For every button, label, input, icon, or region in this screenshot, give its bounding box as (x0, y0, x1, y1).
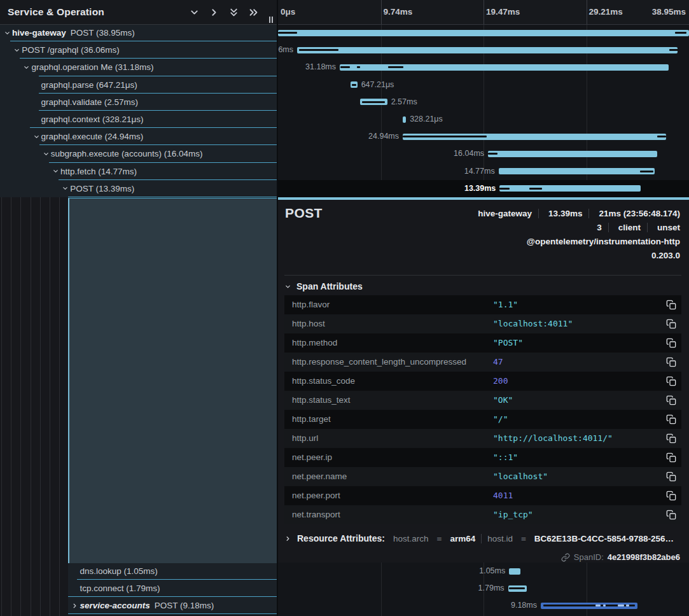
timeline-row[interactable]: 2.57ms (278, 94, 689, 111)
chevron-down-icon[interactable] (4, 29, 11, 36)
tree-row[interactable]: graphql.validate (2.57ms) (0, 94, 277, 111)
copy-icon[interactable] (666, 319, 676, 329)
meta-label: @opentelemetry/instrumentation-http (524, 237, 680, 246)
copy-icon[interactable] (666, 357, 676, 367)
tree-row[interactable]: POST /graphql (36.06ms) (0, 41, 277, 59)
ruler-tick-label: 29.21ms (589, 0, 623, 24)
span-attributes-heading: Span Attributes (296, 281, 363, 291)
chevron-right-icon[interactable] (71, 602, 78, 609)
tree-row[interactable]: POST (13.39ms) (0, 180, 277, 197)
span-bar[interactable] (278, 30, 689, 36)
span-bar[interactable] (488, 151, 657, 157)
chevron-right-icon[interactable] (209, 7, 219, 18)
operation-name: graphql.validate (2.57ms) (41, 97, 138, 107)
resource-value: BC62E13B-C4CC-5854-9788-256… (534, 534, 674, 543)
timeline-row[interactable]: 38.95ms (278, 24, 689, 41)
span-bar-mark (278, 32, 297, 34)
timeline-row[interactable]: 13.39ms (278, 180, 689, 197)
tree-row[interactable]: hive-gatewayPOST (38.95ms) (0, 24, 277, 41)
attribute-key: http.url (292, 429, 318, 448)
tree-row[interactable]: graphql.execute (24.94ms) (0, 128, 277, 145)
chevron-down-icon[interactable] (33, 133, 40, 140)
span-bar[interactable] (297, 47, 678, 53)
chevron-down-icon[interactable] (52, 168, 59, 175)
span-duration-label: 36.06ms (278, 41, 293, 59)
span-bar[interactable] (541, 603, 637, 609)
tree-row[interactable]: service-accountsPOST (9.18ms) (68, 597, 277, 614)
copy-icon[interactable] (666, 395, 676, 405)
resource-attributes-toggle[interactable]: Resource Attributes: host.arch=arm64host… (284, 533, 674, 543)
chevron-down-icon[interactable] (189, 7, 200, 18)
copy-icon[interactable] (666, 452, 676, 463)
span-bar[interactable] (499, 185, 641, 192)
span-bar[interactable] (340, 64, 669, 71)
timeline-row[interactable]: 9.18ms (278, 597, 689, 614)
timeline-row[interactable]: 328.21μs (278, 111, 689, 128)
copy-icon[interactable] (666, 376, 676, 386)
span-bar[interactable] (499, 168, 655, 174)
span-id-value: 4e21998f3b82abe6 (608, 552, 680, 562)
span-row-label: subgraph.execute (accounts) (16.04ms) (51, 145, 203, 162)
timeline-row[interactable]: 1.79ms (278, 580, 689, 597)
span-bar[interactable] (351, 81, 358, 88)
span-detail-panel: POST hive-gateway13.39ms21ms (23:56:48.1… (278, 197, 689, 563)
operation-name: subgraph.execute (accounts) (16.04ms) (51, 149, 203, 158)
span-bar-mark (657, 136, 666, 137)
timeline-row[interactable]: 24.94ms (278, 128, 689, 145)
meta-value: 13.39ms (548, 209, 582, 218)
link-icon[interactable] (561, 553, 570, 562)
timeline-row[interactable]: 36.06ms (278, 41, 689, 59)
attribute-value: "POST" (493, 333, 523, 353)
tree-row[interactable]: http.fetch (14.77ms) (0, 163, 277, 180)
span-attributes-toggle[interactable]: Span Attributes (284, 281, 363, 291)
span-bar[interactable] (508, 585, 527, 592)
span-duration-label: 13.39ms (464, 180, 496, 197)
attribute-key: http.target (292, 410, 331, 429)
tree-row[interactable]: subgraph.execute (accounts) (16.04ms) (0, 145, 277, 162)
span-bar-mark (499, 188, 510, 190)
copy-icon[interactable] (666, 414, 676, 424)
chevron-down-icon[interactable] (43, 150, 50, 157)
attribute-value: "OK" (493, 391, 513, 410)
chevron-down-icon[interactable] (62, 185, 69, 192)
copy-icon[interactable] (666, 491, 676, 501)
span-bar[interactable] (360, 99, 387, 105)
copy-icon[interactable] (666, 300, 676, 310)
timeline-row[interactable]: 31.18ms (278, 59, 689, 76)
timeline-row[interactable]: 647.21μs (278, 76, 689, 94)
attribute-row: net.transport"ip_tcp" (284, 505, 681, 524)
tree-row[interactable]: graphql.operation Me (31.18ms) (0, 59, 277, 76)
span-bar[interactable] (509, 568, 520, 575)
span-duration-label: 9.18ms (511, 597, 537, 614)
tree-row[interactable]: graphql.parse (647.21μs) (0, 76, 277, 94)
span-bar-light-mark (618, 605, 624, 606)
timeline-row[interactable]: 14.77ms (278, 163, 689, 180)
double-chevron-down-icon[interactable] (228, 7, 239, 18)
copy-icon[interactable] (666, 510, 676, 520)
copy-icon[interactable] (666, 338, 676, 348)
resource-key: host.arch (393, 534, 429, 543)
timeline-row[interactable]: 16.04ms (278, 145, 689, 162)
span-bar[interactable] (403, 134, 666, 140)
copy-icon[interactable] (666, 433, 676, 444)
operation-name: http.fetch (14.77ms) (60, 167, 137, 176)
attribute-value: "http://localhost:4011/" (493, 429, 613, 448)
span-bar-mark (640, 171, 653, 172)
tree-row[interactable]: dns.lookup (1.05ms) (68, 563, 277, 580)
span-bar[interactable] (403, 116, 406, 123)
chevron-down-icon[interactable] (13, 46, 20, 53)
resource-attributes-heading: Resource Attributes: (297, 533, 385, 543)
chevron-down-icon[interactable] (23, 64, 30, 71)
tree-row[interactable]: tcp.connect (1.79ms) (68, 580, 277, 597)
copy-icon[interactable] (666, 472, 676, 482)
timeline-row[interactable]: 1.05ms (278, 563, 689, 580)
ruler-tick-label: 38.95ms (652, 0, 686, 24)
attribute-key: net.peer.name (292, 467, 347, 486)
panel-divider[interactable] (277, 0, 278, 616)
span-duration-label: 24.94ms (368, 128, 399, 145)
span-meta-line-4: 0.203.0 (648, 251, 680, 260)
tree-row[interactable]: graphql.context (328.21μs) (0, 111, 277, 128)
double-chevron-right-icon[interactable] (248, 7, 259, 18)
panel-resize-handle[interactable] (269, 17, 273, 23)
span-row-label: http.fetch (14.77ms) (60, 163, 137, 180)
